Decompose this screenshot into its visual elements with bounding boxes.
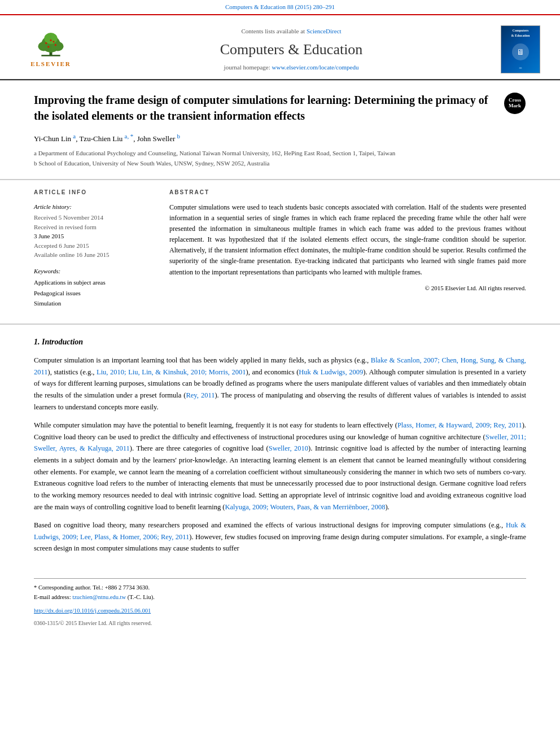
intro-paragraph-1: Computer simulation is an important lear… [34,355,526,413]
authors-line: Yi-Chun Lin a, Tzu-Chien Liu a, *, John … [34,132,526,145]
ref-plass[interactable]: Plass, Homer, & Hayward, 2009; Rey, 2011 [397,421,522,429]
journal-main-title: Computers & Education [90,38,492,60]
contents-available-line: Contents lists available at ScienceDirec… [90,27,492,36]
sciencedirect-link[interactable]: ScienceDirect [307,28,342,34]
keywords-title: Keywords: [34,267,152,276]
article-history-title: Article history: [34,202,152,212]
homepage-label: journal homepage: [224,64,270,71]
ref-kalyuga-2009[interactable]: Kalyuga, 2009; Wouters, Paas, & van Merr… [225,503,385,511]
elsevier-logo-area: ELSEVIER [11,29,90,69]
crossmark-label: CrossMark [509,98,521,109]
svg-point-11 [53,41,54,42]
footnote-corresponding-text: * Corresponding author. Tel.: +886 2 773… [34,584,150,591]
homepage-url[interactable]: www.elsevier.com/locate/compedu [272,64,359,71]
footnote-corresponding: * Corresponding author. Tel.: +886 2 773… [34,583,526,593]
abstract-label: ABSTRACT [169,188,526,196]
journal-cover-image: Computers& Education 🖥 88 [501,25,540,73]
homepage-line: journal homepage: www.elsevier.com/locat… [90,63,492,72]
svg-point-8 [55,44,56,46]
footnote-email: E-mail address: tzuchien@ntnu.edu.tw (T.… [34,593,526,602]
cover-journal-label: Computers& Education [511,28,530,38]
ref-huk[interactable]: Huk & Ludwigs, 2009 [299,368,363,376]
contents-text: Contents lists available at [241,28,305,34]
footnote-email-link[interactable]: tzuchien@ntnu.edu.tw [72,594,126,600]
keywords-block: Keywords: Applications in subject areas … [34,267,152,309]
article-title-block: Improving the frame design of computer s… [34,92,526,124]
elsevier-wordmark: ELSEVIER [30,59,71,69]
cover-number: 88 [519,66,522,71]
received-date: Received 5 November 2014 [34,213,152,222]
ref-huk-2009[interactable]: Huk & Ludwigs, 2009; Lee, Plass, & Homer… [34,521,526,541]
intro-paragraph-3: Based on cognitive load theory, many res… [34,519,526,554]
crossmark-badge[interactable]: CrossMark [504,92,526,115]
journal-title-area: Contents lists available at ScienceDirec… [90,27,492,72]
journal-cover-area: Computers& Education 🖥 88 [492,25,549,73]
issn-line: 0360-1315/© 2015 Elsevier Ltd. All right… [0,618,560,633]
affiliation-b: b School of Education, University of New… [34,159,526,169]
article-info-abstract-section: ARTICLE INFO Article history: Received 5… [0,180,560,325]
keywords-list: Applications in subject areas Pedagogica… [34,277,152,309]
footnote-email-suffix: (T.-C. Liu). [128,594,155,600]
footnote-section: * Corresponding author. Tel.: +886 2 773… [34,578,526,602]
accepted-date: Accepted 6 June 2015 [34,241,152,251]
received-revised-label: Received in revised form [34,222,152,232]
affiliation-a: a Department of Educational Psychology a… [34,148,526,159]
svg-point-7 [45,42,47,43]
revised-date: 3 June 2015 [34,231,152,241]
ref-rey-2011[interactable]: Rey, 2011 [186,391,215,399]
keyword-1: Applications in subject areas [34,277,152,288]
svg-point-9 [50,39,51,41]
doi-section: http://dx.doi.org/10.1016/j.compedu.2015… [0,602,560,618]
elsevier-tree-icon [31,30,71,58]
intro-paragraph-2: While computer simulation may have the p… [34,420,526,513]
article-info-panel: ARTICLE INFO Article history: Received 5… [34,188,152,316]
article-title-text: Improving the frame design of computer s… [34,92,504,124]
crossmark-icon: CrossMark [504,93,526,114]
ref-sweller-2010[interactable]: Sweller, 2010 [269,444,308,452]
journal-volume-text: Computers & Education 88 (2015) 280–291 [225,3,335,10]
available-date: Available online 16 June 2015 [34,250,152,260]
journal-header: ELSEVIER Contents lists available at Sci… [0,20,560,80]
doi-link[interactable]: http://dx.doi.org/10.1016/j.compedu.2015… [34,608,151,614]
abstract-text: Computer simulations were used to teach … [169,202,526,278]
intro-section-title: 1. Introduction [34,336,526,348]
author1-sup: a [73,133,76,139]
author3-name: John Sweller [137,134,176,143]
author2-name: Tzu-Chien Liu [79,134,123,143]
footnote-email-label: E-mail address: [34,594,71,600]
author3-sup: b [177,133,180,139]
article-body: 1. Introduction Computer simulation is a… [0,325,560,573]
keyword-3: Simulation [34,298,152,309]
article-history-block: Article history: Received 5 November 201… [34,202,152,260]
svg-point-10 [47,46,49,47]
journal-volume-bar: Computers & Education 88 (2015) 280–291 [0,0,560,14]
cover-icon: 🖥 [512,43,529,60]
issn-text: 0360-1315/© 2015 Elsevier Ltd. All right… [34,620,152,626]
keyword-2: Pedagogical issues [34,288,152,299]
elsevier-logo: ELSEVIER [20,29,82,69]
article-header: Improving the frame design of computer s… [0,81,560,180]
author1-name: Yi-Chun Lin [34,134,71,143]
author2-sup: a, * [125,133,134,139]
article-info-label: ARTICLE INFO [34,188,152,196]
affiliations-block: a Department of Educational Psychology a… [34,148,526,168]
ref-liu-2010[interactable]: Liu, 2010; Liu, Lin, & Kinshuk, 2010; Mo… [97,368,246,376]
abstract-panel: ABSTRACT Computer simulations were used … [169,188,526,316]
copyright-line: © 2015 Elsevier Ltd. All rights reserved… [169,283,526,293]
